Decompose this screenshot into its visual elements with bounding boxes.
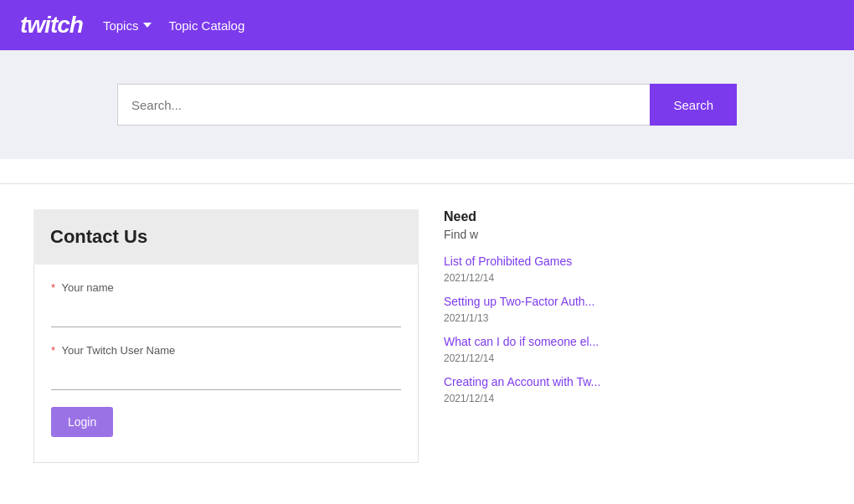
sidebar-date-0: 2021/12/14: [444, 272, 494, 284]
contact-form-body: * Your name * Your Twitch User Name Logi…: [33, 265, 419, 463]
username-field: * Your Twitch User Name: [51, 344, 401, 390]
header: twitch Topics Topic Catalog: [0, 0, 854, 50]
sidebar-link-0[interactable]: List of Prohibited Games: [444, 255, 821, 268]
search-input[interactable]: [117, 84, 650, 126]
right-sidebar: Need Find w List of Prohibited Games 202…: [444, 209, 821, 463]
topic-catalog-label: Topic Catalog: [168, 18, 244, 33]
main-content: Contact Us * Your name * Your Twitch Use…: [0, 184, 854, 488]
sidebar-link-1[interactable]: Setting up Two-Factor Auth...: [444, 295, 821, 308]
search-section: Search: [0, 50, 854, 159]
sidebar-date-2: 2021/12/14: [444, 352, 494, 364]
topics-nav-item[interactable]: Topics: [103, 18, 152, 33]
twitch-logo: twitch: [20, 12, 83, 39]
required-star-name: *: [51, 281, 55, 294]
contact-form-title: Contact Us: [50, 226, 402, 248]
sidebar-link-item-0: List of Prohibited Games 2021/12/14: [444, 255, 821, 285]
divider-area: [0, 159, 854, 184]
topics-chevron-icon: [143, 23, 152, 28]
name-field: * Your name: [51, 281, 401, 327]
username-input[interactable]: [51, 362, 401, 390]
login-button[interactable]: Login: [51, 407, 113, 437]
main-nav: Topics Topic Catalog: [103, 18, 244, 33]
sidebar-date-1: 2021/1/13: [444, 312, 488, 324]
search-bar: Search: [117, 84, 737, 126]
sidebar-link-3[interactable]: Creating an Account with Tw...: [444, 375, 821, 388]
sidebar-link-2[interactable]: What can I do if someone el...: [444, 335, 821, 348]
sidebar-heading: Need: [444, 209, 821, 224]
contact-form-header: Contact Us: [33, 209, 419, 265]
sidebar-link-item-2: What can I do if someone el... 2021/12/1…: [444, 335, 821, 365]
name-label: * Your name: [51, 281, 401, 294]
topics-label: Topics: [103, 18, 139, 33]
name-input[interactable]: [51, 299, 401, 327]
contact-form-container: Contact Us * Your name * Your Twitch Use…: [33, 209, 419, 463]
sidebar-subheading: Find w: [444, 228, 821, 241]
search-button[interactable]: Search: [650, 84, 737, 126]
sidebar-link-item-1: Setting up Two-Factor Auth... 2021/1/13: [444, 295, 821, 325]
topic-catalog-nav-item[interactable]: Topic Catalog: [168, 18, 244, 33]
sidebar-date-3: 2021/12/14: [444, 393, 494, 404]
sidebar-link-item-3: Creating an Account with Tw... 2021/12/1…: [444, 375, 821, 405]
username-label: * Your Twitch User Name: [51, 344, 401, 357]
required-star-username: *: [51, 344, 55, 357]
